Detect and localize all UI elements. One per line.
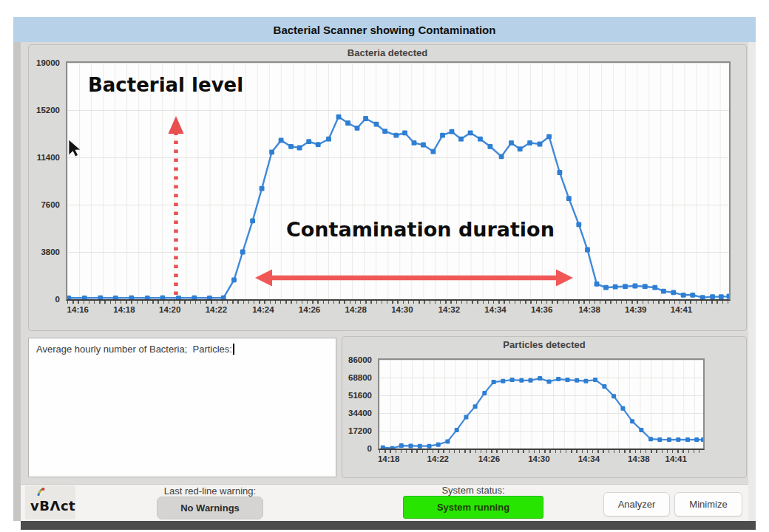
bacteria-x-tick-label: 14:20 [150,304,190,315]
particles-x-tick-label: 14:41 [656,454,696,464]
particles-chart-plot [378,358,705,450]
bacteria-annotation-overlay [67,63,729,299]
window-left-border [13,42,21,521]
particles-y-tick-label: 86000 [342,355,372,365]
bacteria-x-tick-label: 14:41 [662,304,702,315]
particles-x-tick-label: 14:34 [569,454,609,464]
bacteria-y-tick-label: 7600 [29,200,60,210]
warning-label: Last red-line warning: [135,485,285,497]
bacteria-x-tick-label: 14:18 [104,304,144,315]
mouse-cursor-icon [69,140,81,157]
bacteria-axis-tick-strip [67,301,729,304]
bacteria-x-tick-label: 14:39 [616,304,656,315]
contamination-duration-label: Contamination duration [286,218,555,241]
particles-y-tick-label: 34400 [342,408,372,418]
vbact-logo: vBΛct [25,485,75,519]
bacterial-level-arrow [169,116,184,295]
no-warnings-button[interactable]: No Warnings [157,497,263,519]
bacteria-x-tick-label: 14:32 [429,304,469,315]
analyzer-button[interactable]: Analyzer [603,492,670,516]
particles-y-tick-label: 17200 [342,426,372,436]
window-bottom-edge [21,521,756,530]
particles-y-tick-label: 0 [342,443,372,454]
bacteria-x-tick-label: 14:30 [382,304,422,315]
particles-x-tick-label: 14:26 [469,454,509,464]
bacteria-x-tick-label: 14:34 [475,304,515,315]
bacteria-y-tick-label: 19000 [29,58,60,68]
vbact-leaf-icon [35,487,52,499]
bacteria-x-tick-label: 14:26 [290,304,330,315]
bacteria-y-tick-label: 15200 [29,105,60,115]
minimize-button[interactable]: Minimize [674,492,742,516]
bacteria-y-tick-label: 11400 [29,152,60,163]
bacterial-level-label: Bacterial level [88,74,243,96]
bacteria-x-tick-label: 14:36 [522,304,562,315]
notes-text: Average hourly number of Bacteria; Parti… [36,344,232,355]
particles-x-tick-label: 14:22 [418,454,458,464]
particles-chart-panel: Particles detected 860006880051600344001… [342,336,747,478]
bacteria-chart-title: Bacteria detected [29,47,746,58]
window-right-border [748,42,756,521]
particles-x-tick-label: 14:30 [519,454,559,464]
particles-chart-title: Particles detected [342,339,746,350]
particles-data-series [379,360,703,449]
contamination-duration-arrow [255,270,573,287]
bacteria-y-tick-label: 3800 [29,247,60,257]
vbact-logo-text: vBΛct [30,498,75,514]
bacteria-chart-plot: Bacterial level Contamination duration [66,61,731,301]
status-label: System status: [403,485,543,496]
bacteria-chart-panel: Bacteria detected Bacterial level Contam… [28,44,747,331]
particles-x-tick-label: 14:38 [619,454,659,464]
particles-x-tick-label: 14:18 [369,454,409,464]
bacteria-x-tick-label: 14:24 [243,304,283,315]
system-status-badge: System running [403,496,543,519]
bacteria-y-tick-label: 0 [29,294,60,304]
bacteria-x-tick-label: 14:22 [196,304,236,315]
text-caret [233,344,234,355]
notes-textarea[interactable]: Average hourly number of Bacteria; Parti… [28,338,336,477]
bacteria-x-tick-label: 14:38 [569,304,609,315]
particles-axis-tick-strip [379,450,703,453]
bacteria-x-tick-label: 14:16 [58,304,98,315]
window-title: Bacterial Scanner showing Contamination [274,24,496,36]
particles-y-tick-label: 68800 [342,372,372,383]
window-title-bar: Bacterial Scanner showing Contamination [13,17,756,42]
particles-y-tick-label: 51600 [342,390,372,400]
bacteria-x-tick-label: 14:28 [336,304,376,315]
